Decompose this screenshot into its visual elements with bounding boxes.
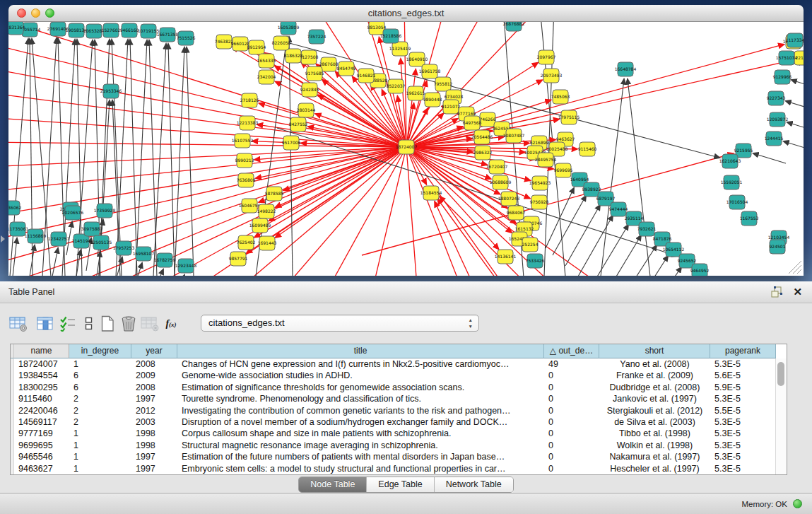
table-row[interactable]: 1938455462009Genome-wide association stu… (11, 370, 787, 381)
table-cell[interactable]: 5.3E-5 (710, 440, 776, 451)
zoom-window-button[interactable] (45, 8, 54, 18)
table-cell[interactable]: 1997 (131, 393, 177, 404)
table-row[interactable]: 1872400712008Changes of HCN gene express… (11, 358, 787, 370)
resize-grip-icon[interactable] (789, 261, 801, 274)
table-cell[interactable]: 1997 (131, 463, 177, 474)
column-header-pagerank[interactable]: pagerank (710, 344, 776, 358)
table-cell[interactable]: 0 (544, 370, 599, 381)
table-cell[interactable]: 5.5E-5 (710, 405, 776, 416)
table-row[interactable]: 977716911998Corpus callosum shape and si… (11, 428, 787, 439)
table-cell[interactable]: 5.3E-5 (710, 451, 776, 462)
table-cell[interactable]: 2 (69, 405, 131, 416)
table-cell[interactable]: Structural magnetic resonance image aver… (177, 440, 544, 451)
table-cell[interactable]: 0 (544, 463, 599, 474)
table-cell[interactable]: 6 (69, 382, 131, 393)
table-cell[interactable]: 14569117 (14, 416, 69, 428)
panel-collapse-arrow-icon[interactable] (1, 235, 5, 243)
table-cell[interactable]: 1997 (131, 451, 177, 462)
float-panel-icon[interactable] (771, 286, 784, 298)
table-cell[interactable]: 9463627 (14, 463, 69, 474)
select-columns-icon[interactable] (58, 314, 78, 334)
table-cell[interactable]: 1 (69, 428, 131, 439)
table-cell[interactable]: 1 (69, 440, 131, 451)
table-cell[interactable]: 2003 (131, 416, 177, 428)
table-cell[interactable]: Corpus callosum shape and size in male p… (177, 428, 544, 439)
table-cell[interactable]: 1 (69, 451, 131, 462)
table-row[interactable]: 2242004622012Investigating the contribut… (11, 405, 787, 416)
row-height-icon[interactable] (79, 314, 99, 334)
table-cell[interactable]: 0 (544, 393, 599, 404)
table-row[interactable]: 1456911722003Disruption of a novel membe… (11, 416, 787, 428)
table-cell[interactable]: Embryonic stem cells: a model to study s… (177, 463, 544, 474)
memory-status-icon[interactable] (793, 499, 802, 508)
table-cell[interactable]: 9465546 (14, 451, 69, 462)
table-row[interactable]: 1830029562008Estimation of significance … (11, 382, 787, 393)
column-header-title[interactable]: title (177, 344, 544, 358)
network-canvas[interactable]: 1872400788130541132541918640910169617587… (8, 22, 804, 276)
table-cell[interactable]: 18300295 (14, 382, 69, 393)
table-cell[interactable]: 0 (544, 428, 599, 439)
table-cell[interactable]: Investigating the contribution of common… (177, 405, 544, 416)
close-window-button[interactable] (17, 8, 26, 18)
table-cell[interactable]: 1998 (131, 440, 177, 451)
minimize-window-button[interactable] (31, 8, 40, 18)
network-window-titlebar[interactable]: citations_edges.txt (8, 5, 804, 22)
column-header-indegree[interactable]: in_degree (69, 344, 131, 358)
table-cell[interactable]: 9777169 (14, 428, 69, 439)
table-row[interactable]: 969969511998Structural magnetic resonanc… (11, 440, 787, 451)
table-cell[interactable]: Estimation of the future numbers of pati… (177, 451, 544, 462)
new-table-icon[interactable] (98, 314, 117, 334)
table-cell[interactable]: 18724007 (14, 358, 69, 370)
show-column-icon[interactable] (35, 314, 55, 334)
table-cell[interactable]: 1 (69, 463, 131, 474)
table-cell[interactable]: 2008 (131, 382, 177, 393)
table-cell[interactable]: 5.3E-5 (710, 416, 776, 428)
network-view[interactable]: 1872400788130541132541918640910169617587… (8, 22, 804, 276)
table-cell[interactable]: Yano et al. (2008) (599, 358, 710, 370)
table-scrollbar[interactable] (775, 358, 787, 474)
table-cell[interactable]: 0 (544, 440, 599, 451)
table-cell[interactable]: Hescheler et al. (1997) (599, 463, 710, 474)
table-select-dropdown[interactable]: citations_edges.txt ▲▼ (201, 315, 479, 332)
table-cell[interactable]: Disruption of a novel member of a sodium… (177, 416, 544, 428)
table-cell[interactable]: 5.3E-5 (710, 393, 776, 404)
table-cell[interactable]: Stergiakouli et al. (2012) (599, 405, 710, 416)
column-header-outde[interactable]: △ out_de… (544, 344, 599, 358)
close-panel-icon[interactable]: ✕ (793, 285, 802, 299)
table-cell[interactable]: Dudbridge et al. (2008) (599, 382, 710, 393)
function-builder-icon[interactable]: f(x) (161, 314, 181, 334)
table-cell[interactable]: 2 (69, 416, 131, 428)
table-cell[interactable]: 1 (69, 358, 131, 370)
table-settings-icon[interactable] (8, 314, 28, 334)
table-cell[interactable]: 0 (544, 382, 599, 393)
table-cell[interactable]: 19384554 (14, 370, 69, 381)
table-cell[interactable]: 6 (69, 370, 131, 381)
tab-node-table[interactable]: Node Table (299, 477, 366, 492)
table-cell[interactable]: 5.3E-5 (710, 428, 776, 439)
table-row[interactable]: 911546021997Tourette syndrome. Phenomeno… (11, 393, 787, 404)
delete-table-icon[interactable] (119, 314, 139, 334)
table-cell[interactable]: 5.9E-5 (710, 382, 776, 393)
column-header-year[interactable]: year (131, 344, 177, 358)
column-header-name[interactable]: name (14, 344, 69, 358)
table-cell[interactable]: 0 (544, 451, 599, 462)
table-row[interactable]: 946554611997Estimation of the future num… (11, 451, 787, 462)
table-cell[interactable]: 5.3E-5 (710, 463, 776, 474)
column-header-short[interactable]: short (599, 344, 710, 358)
table-cell[interactable]: 49 (544, 358, 599, 370)
table-cell[interactable]: Wolkin et al. (1998) (599, 440, 710, 451)
table-cell[interactable]: Genome-wide association studies in ADHD. (177, 370, 544, 381)
table-cell[interactable]: 2012 (131, 405, 177, 416)
table-cell[interactable]: de Silva et al. (2003) (599, 416, 710, 428)
scrollbar-thumb[interactable] (777, 362, 784, 386)
table-cell[interactable]: 5.6E-5 (710, 370, 776, 381)
table-cell[interactable]: Changes of HCN gene expression and I(f) … (177, 358, 544, 370)
table-cell[interactable]: Tibbo et al. (1998) (599, 428, 710, 439)
table-cell[interactable]: Tourette syndrome. Phenomenology and cla… (177, 393, 544, 404)
table-cell[interactable]: Franke et al. (2009) (599, 370, 710, 381)
table-cell[interactable]: 9699695 (14, 440, 69, 451)
tab-network-table[interactable]: Network Table (434, 477, 513, 492)
table-cell[interactable]: Jankovic et al. (1997) (599, 393, 710, 404)
table-cell[interactable]: 5.3E-5 (710, 358, 776, 370)
table-cell[interactable]: 1998 (131, 428, 177, 439)
